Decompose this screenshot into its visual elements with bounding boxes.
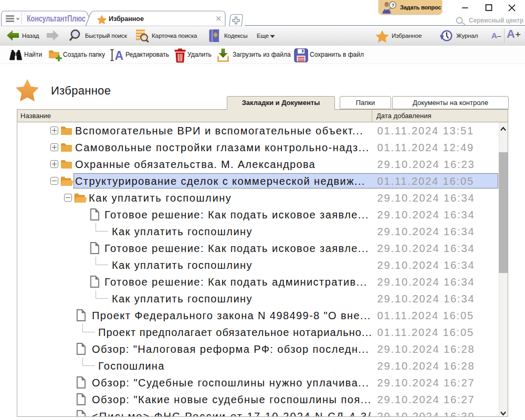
svg-text:?: ?	[392, 2, 395, 8]
svg-text:A: A	[115, 49, 124, 62]
